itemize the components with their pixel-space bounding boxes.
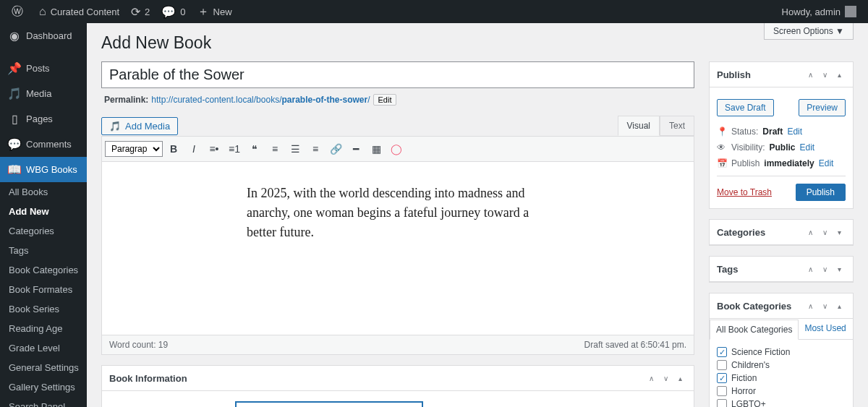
permalink-link[interactable]: http://curated-content.local/books/parab…	[151, 95, 370, 105]
category-item[interactable]: Horror	[717, 385, 846, 398]
tab-visual[interactable]: Visual	[618, 116, 660, 136]
comment-icon: 💬	[7, 137, 22, 151]
box-toggle-button[interactable]: ▴	[833, 68, 846, 81]
box-up-button[interactable]: ∧	[804, 299, 817, 312]
new-content-link[interactable]: ＋New	[192, 0, 238, 23]
media-icon: 🎵	[7, 87, 22, 100]
sidebar-sub-general-settings[interactable]: General Settings	[0, 358, 87, 377]
category-label: LGBTQ+	[731, 399, 766, 407]
sidebar-item-comments[interactable]: 💬Comments	[0, 132, 87, 157]
word-count: Word count: 19	[109, 340, 168, 350]
box-down-button[interactable]: ∨	[818, 226, 831, 239]
category-label: Fiction	[731, 373, 757, 383]
sidebar-sub-search-panel-settings[interactable]: Search Panel Settings	[0, 397, 87, 407]
sidebar-sub-categories[interactable]: Categories	[0, 221, 87, 241]
wp-logo[interactable]: ⓦ	[6, 0, 33, 23]
visibility-edit-link[interactable]: Edit	[799, 142, 814, 153]
italic-button[interactable]: I	[184, 140, 203, 158]
move-to-trash-link[interactable]: Move to Trash	[717, 187, 772, 197]
pin-icon: 📌	[7, 61, 22, 75]
category-label: Children's	[731, 360, 770, 370]
category-item[interactable]: ✓Fiction	[717, 372, 846, 385]
sidebar-sub-add-new[interactable]: Add New	[0, 202, 87, 221]
permalink-edit-button[interactable]: Edit	[373, 94, 397, 106]
permalink-label: Permalink:	[104, 95, 148, 105]
tags-box-title: Tags	[717, 264, 738, 275]
save-draft-button[interactable]: Save Draft	[717, 99, 774, 116]
subtitle-input[interactable]	[235, 401, 423, 407]
book-info-title: Book Information	[109, 373, 187, 384]
sidebar-sub-book-formates[interactable]: Book Formates	[0, 280, 87, 299]
category-item[interactable]: ✓Science Fiction	[717, 346, 846, 359]
editor-content-area[interactable]: In 2025, with the world descending into …	[101, 162, 694, 335]
align-left-button[interactable]: ≡	[265, 140, 284, 158]
sidebar-sub-reading-age[interactable]: Reading Age	[0, 319, 87, 338]
checkbox[interactable]	[717, 360, 727, 370]
add-media-button[interactable]: 🎵Add Media	[101, 117, 178, 135]
format-select[interactable]: Paragraph	[105, 141, 163, 157]
align-right-button[interactable]: ≡	[306, 140, 325, 158]
checkbox[interactable]: ✓	[717, 373, 727, 383]
category-item[interactable]: Children's	[717, 359, 846, 372]
box-down-button[interactable]: ∨	[818, 68, 831, 81]
sidebar-item-dashboard[interactable]: ◉Dashboard	[0, 23, 87, 48]
box-up-button[interactable]: ∧	[644, 372, 658, 385]
category-item[interactable]: LGBTQ+	[717, 398, 846, 407]
calendar-icon: 📅	[717, 158, 727, 168]
box-up-button[interactable]: ∧	[804, 68, 817, 81]
sidebar-sub-grade-level[interactable]: Grade Level	[0, 338, 87, 358]
publish-button[interactable]: Publish	[796, 184, 846, 201]
site-name-link[interactable]: ⌂Curated Content	[33, 0, 125, 23]
sidebar-sub-tags[interactable]: Tags	[0, 241, 87, 260]
box-toggle-button[interactable]: ▾	[833, 262, 846, 275]
preview-button[interactable]: Preview	[799, 99, 846, 116]
schedule-edit-link[interactable]: Edit	[819, 158, 834, 168]
sidebar-item-pages[interactable]: ▯Pages	[0, 106, 87, 132]
box-down-button[interactable]: ∨	[659, 372, 672, 385]
bullet-list-button[interactable]: ≡•	[205, 140, 224, 158]
sidebar-sub-book-series[interactable]: Book Series	[0, 299, 87, 319]
sidebar-sub-book-categories[interactable]: Book Categories	[0, 260, 87, 280]
categories-box-title: Categories	[717, 227, 765, 238]
screen-options-button[interactable]: Screen Options ▼	[764, 23, 854, 40]
new-label: New	[213, 7, 232, 17]
box-up-button[interactable]: ∧	[804, 262, 817, 275]
updates-link[interactable]: ⟳2	[125, 0, 156, 23]
bold-button[interactable]: B	[164, 140, 183, 158]
status-icon: 📍	[717, 127, 727, 137]
blockquote-button[interactable]: ❝	[245, 140, 264, 158]
box-down-button[interactable]: ∨	[818, 299, 831, 312]
checkbox[interactable]	[717, 386, 727, 396]
align-center-button[interactable]: ☰	[286, 140, 305, 158]
box-down-button[interactable]: ∨	[818, 262, 831, 275]
numbered-list-button[interactable]: ≡1	[225, 140, 244, 158]
tab-most-used[interactable]: Most Used	[799, 319, 851, 339]
checkbox[interactable]	[717, 399, 727, 407]
extra-button[interactable]: ◯	[387, 140, 406, 158]
box-toggle-button[interactable]: ▴	[673, 372, 686, 385]
book-categories-box-title: Book Categories	[717, 301, 791, 312]
box-up-button[interactable]: ∧	[804, 226, 817, 239]
sidebar-sub-gallery-settings[interactable]: Gallery Settings	[0, 377, 87, 397]
read-more-button[interactable]: ━	[346, 140, 365, 158]
post-title-input[interactable]	[101, 61, 694, 88]
sidebar-sub-all-books[interactable]: All Books	[0, 182, 87, 202]
toolbar-toggle-button[interactable]: ▦	[367, 140, 386, 158]
tab-all-categories[interactable]: All Book Categories	[710, 320, 799, 340]
sidebar-item-posts[interactable]: 📌Posts	[0, 56, 87, 81]
account-link[interactable]: Howdy, admin	[776, 0, 862, 23]
status-edit-link[interactable]: Edit	[787, 127, 802, 137]
checkbox[interactable]: ✓	[717, 347, 727, 357]
media-icon: 🎵	[109, 121, 121, 132]
link-button[interactable]: 🔗	[326, 140, 345, 158]
tab-text[interactable]: Text	[660, 116, 694, 136]
comments-count: 0	[180, 7, 185, 17]
sidebar-item-wbg-books[interactable]: 📖WBG Books	[0, 157, 87, 182]
box-toggle-button[interactable]: ▴	[833, 299, 846, 312]
publish-box-title: Publish	[717, 69, 751, 80]
comments-link[interactable]: 💬0	[156, 0, 191, 23]
sidebar-item-media[interactable]: 🎵Media	[0, 81, 87, 106]
box-toggle-button[interactable]: ▾	[833, 226, 846, 239]
site-name-label: Curated Content	[51, 7, 119, 17]
howdy-label: Howdy, admin	[782, 7, 841, 17]
